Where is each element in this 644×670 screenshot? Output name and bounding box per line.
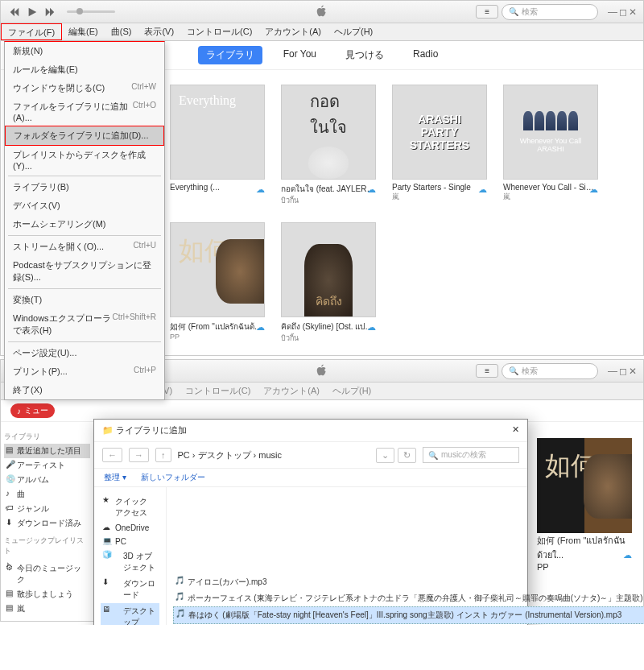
sidebar-item[interactable]: ▤嵐: [4, 602, 90, 616]
menuitem[interactable]: ウインドウを閉じる(C)Ctrl+W: [5, 79, 164, 97]
menuitem[interactable]: プレイリストからディスクを作成(Y)...: [5, 146, 164, 174]
list-view-button[interactable]: ≡: [476, 5, 498, 19]
file-menu-dropdown: 新規(N)ルールを編集(E)ウインドウを閉じる(C)Ctrl+Wファイルをライブ…: [4, 41, 165, 400]
menu-編集[interactable]: 編集(E): [62, 23, 105, 40]
next-icon[interactable]: [43, 5, 57, 19]
audio-file-icon: 🎵: [175, 592, 184, 602]
tool-link[interactable]: 整理 ▾: [104, 472, 126, 483]
nav-fwd-icon[interactable]: →: [129, 448, 149, 462]
file-item[interactable]: 🎵春はゆく (劇場版「Fate-stay night [Heaven's Fee…: [173, 606, 644, 624]
nav-item[interactable]: 🧊3D オブジェクト: [101, 548, 159, 576]
menuitem[interactable]: 変換(T): [5, 291, 164, 309]
sidebar-item[interactable]: ▤散歩しましょう: [4, 587, 90, 602]
menuitem[interactable]: ファイルをライブラリに追加(A)...Ctrl+O: [5, 97, 164, 126]
nav-item[interactable]: ☁OneDrive: [101, 521, 159, 535]
nav-up-icon[interactable]: ↑: [155, 448, 171, 462]
menuitem[interactable]: プリント(P)...Ctrl+P: [5, 362, 164, 381]
nav-back-icon[interactable]: ←: [102, 448, 122, 462]
search-icon: 🔍: [509, 366, 518, 375]
dialog-sidebar: ★クイック アクセス☁OneDrive💻PC🧊3D オブジェクト⬇ダウンロード🖥…: [94, 487, 167, 625]
close-icon[interactable]: ✕: [512, 424, 519, 436]
album-item[interactable]: ARASHIPARTYSTARTERSParty Starters - Sing…: [392, 85, 487, 206]
menuitem[interactable]: デバイス(V): [5, 196, 164, 215]
album-artist: บิวกิ้น: [281, 195, 376, 206]
album-item[interactable]: Whenever You CallARASHIWhenever You Call…: [503, 85, 598, 206]
play-icon[interactable]: [25, 5, 39, 19]
sidebar-item[interactable]: ♪曲: [4, 487, 90, 502]
cloud-download-icon[interactable]: ☁: [256, 322, 265, 333]
audio-file-icon: 🎵: [175, 576, 184, 585]
search-input[interactable]: 🔍検索: [502, 4, 598, 20]
menu-コントロール[interactable]: コントロール(C): [180, 23, 258, 40]
tool-link[interactable]: 新しいフォルダー: [141, 472, 205, 483]
tab-見つける[interactable]: 見つける: [337, 46, 392, 64]
itunes-window-1: ≡ 🔍検索 — ◻ ✕ ファイル(F)編集(E)曲(S)表示(V)コントロール(…: [0, 0, 644, 356]
menuitem[interactable]: ページ設定(U)...: [5, 344, 164, 362]
maximize-icon[interactable]: ◻: [619, 366, 627, 377]
nav-item[interactable]: ⬇ダウンロード: [101, 576, 159, 603]
sidebar-item[interactable]: ⚙今日のミュージック: [4, 561, 90, 587]
nav-item[interactable]: ★クイック アクセス: [101, 494, 159, 521]
close-icon[interactable]: ✕: [629, 366, 637, 377]
dropdown-icon[interactable]: ⌄: [376, 448, 394, 463]
search-icon: 🔍: [428, 451, 438, 460]
sidebar-item[interactable]: 💿アルバム: [4, 473, 90, 487]
menuitem[interactable]: ルールを編集(E): [5, 60, 164, 79]
maximize-icon[interactable]: ◻: [619, 6, 627, 18]
album-cover: ARASHIPARTYSTARTERS: [392, 85, 487, 180]
tab-ライブラリ[interactable]: ライブラリ: [198, 46, 262, 64]
music-pill[interactable]: ♪ ミュー: [10, 403, 55, 418]
menuitem[interactable]: ライブラリ(B): [5, 178, 164, 196]
album-item[interactable]: 如何如何 (From "แปลรักฉันด้วยใ...PP☁: [170, 222, 265, 344]
menu-曲[interactable]: 曲(S): [105, 23, 138, 40]
refresh-icon[interactable]: ↻: [398, 448, 416, 463]
cloud-download-icon[interactable]: ☁: [256, 184, 265, 195]
sidebar-item[interactable]: 🎤アーティスト: [4, 458, 90, 473]
sidebar-item[interactable]: ▤最近追加した項目: [4, 444, 90, 458]
menu-表示[interactable]: 表示(V): [138, 23, 180, 40]
search-input[interactable]: 🔍検索: [502, 363, 598, 379]
sidebar-item[interactable]: ⬇ダウンロード済み: [4, 516, 90, 531]
album-item[interactable]: กอดในใจกอดในใจ (feat. JAYLERR) -...บิวกิ…: [281, 85, 376, 206]
dialog-file-list: 🎵アイロニ(カバー).mp3🎵ポーカーフェイス (東海テレビ・フジテレビ系オトナ…: [167, 487, 644, 625]
cloud-icon: ☁: [102, 523, 112, 532]
menuitem[interactable]: Podcastをサブスクリプションに登録(S)...: [5, 256, 164, 287]
tab-Radio[interactable]: Radio: [405, 46, 446, 64]
menuitem[interactable]: 新規(N): [5, 42, 164, 60]
sidebar-item[interactable]: 🏷ジャンル: [4, 502, 90, 516]
nav-item[interactable]: 🖥デスクトップ: [101, 603, 159, 625]
search-icon: 🔍: [509, 7, 518, 16]
volume-slider[interactable]: [67, 10, 115, 13]
menu-ヘルプ[interactable]: ヘルプ(H): [328, 23, 379, 40]
file-item[interactable]: 🎵アイロニ(カバー).mp3: [173, 574, 644, 590]
cloud-download-icon[interactable]: ☁: [589, 184, 598, 195]
cloud-download-icon[interactable]: ☁: [478, 184, 487, 195]
menu-コントロール[interactable]: コントロール(C): [179, 383, 257, 399]
cloud-download-icon[interactable]: ☁: [367, 184, 376, 195]
breadcrumb[interactable]: PC › デスクトップ › music: [178, 449, 370, 461]
minimize-icon[interactable]: —: [608, 366, 617, 377]
album-item[interactable]: คิดถึงคิดถึง (Skyline) [Ost. แปล...บิวกิ…: [281, 222, 376, 344]
menu-アカウント[interactable]: アカウント(A): [258, 23, 328, 40]
menuitem[interactable]: ホームシェアリング(M): [5, 215, 164, 234]
main-content: 如何 如何 (From "แปลรักฉันด้วยใ... PP ☁ 📁 ライ…: [93, 422, 643, 621]
tab-For You[interactable]: For You: [275, 46, 324, 64]
menu-ファイル[interactable]: ファイル(F): [1, 23, 62, 40]
album-item[interactable]: EverythingEverything (...☁: [170, 85, 265, 206]
menuitem[interactable]: フォルダをライブラリに追加(D)...: [5, 126, 164, 146]
menu-アカウント[interactable]: アカウント(A): [257, 383, 326, 399]
menuitem[interactable]: ストリームを開く(O)...Ctrl+U: [5, 238, 164, 256]
album-cover: Whenever You CallARASHI: [503, 85, 598, 180]
prev-icon[interactable]: [7, 5, 22, 19]
close-icon[interactable]: ✕: [629, 6, 637, 18]
menuitem[interactable]: 終了(X): [5, 381, 164, 399]
list-view-button[interactable]: ≡: [476, 364, 498, 378]
nav-item[interactable]: 💻PC: [101, 535, 159, 548]
menu-ヘルプ[interactable]: ヘルプ(H): [326, 383, 378, 399]
cloud-download-icon[interactable]: ☁: [367, 322, 376, 333]
file-item[interactable]: 🎵ポーカーフェイス (東海テレビ・フジテレビ系オトナの土ドラ「悪魔の弁護人・御子…: [173, 590, 644, 606]
minimize-icon[interactable]: —: [608, 6, 617, 18]
menuitem[interactable]: Windowsエクスプローラで表示(H)Ctrl+Shift+R: [5, 309, 164, 340]
dl-icon: ⬇: [102, 577, 112, 587]
dialog-search[interactable]: 🔍musicの検索: [423, 447, 519, 463]
